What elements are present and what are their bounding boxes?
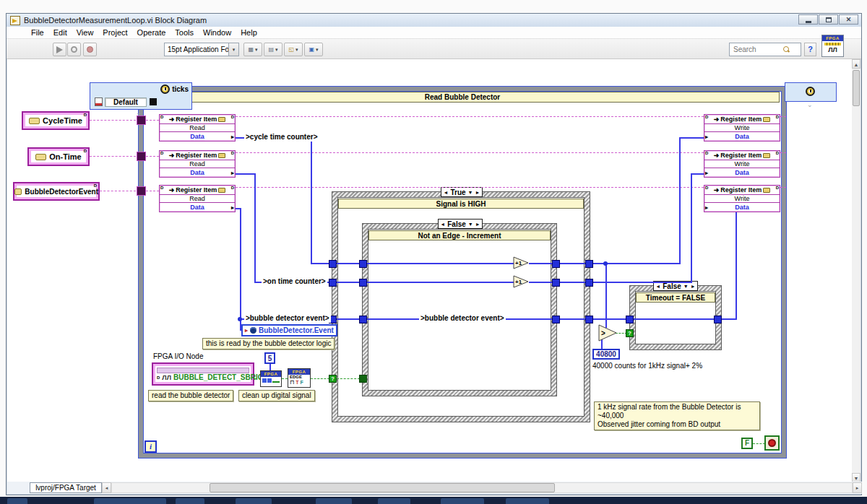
target-indicator[interactable]: lvproj/FPGA Target [30,482,102,493]
title-bar[interactable]: BubbleDetectorMeasurementLoop.vi Block D… [7,14,861,27]
drop-arrow-icon: ▾ [296,47,298,53]
menu-help[interactable]: Help [241,28,257,37]
square-wave-icon: ЛЛ [822,46,843,53]
align-objects-button[interactable]: ▦▾ [243,43,262,56]
windows-taskbar[interactable] [0,497,867,504]
drop-arrow-icon: ▾ [275,47,278,53]
close-icon: ✕ [846,17,852,23]
horizontal-scrollbar[interactable] [111,482,853,493]
fpga-bar-icon [824,43,841,45]
minimize-icon [806,21,811,23]
taskbar-item[interactable] [441,498,484,504]
vertical-scroll-thumb[interactable] [853,70,860,106]
context-help-button[interactable]: ? [804,43,816,56]
taskbar-item[interactable] [316,498,352,504]
window-title: BubbleDetectorMeasurementLoop.vi Block D… [24,16,207,25]
maximize-button[interactable] [819,14,838,25]
taskbar-item[interactable] [176,498,204,504]
menu-project[interactable]: Project [103,28,127,37]
run-continuous-button[interactable] [67,43,81,56]
fpga-target-icon: FPGA ЛЛ [821,35,844,57]
menu-edit[interactable]: Edit [53,28,67,37]
abort-icon [87,46,93,53]
block-diagram-canvas[interactable] [7,59,853,482]
horizontal-scroll-thumb[interactable] [210,483,555,492]
taskbar-item[interactable] [236,498,272,504]
resize-objects-button[interactable]: ◱▾ [284,43,303,56]
menu-bar: File Edit View Project Operate Tools Win… [7,27,861,39]
menu-view[interactable]: View [77,28,94,37]
menu-window[interactable]: Window [203,28,231,37]
reorder-icon: ▣ [309,46,314,53]
run-icon [56,46,63,53]
close-button[interactable]: ✕ [839,14,858,25]
font-dropdown-arrow[interactable]: ▾ [228,43,238,56]
abort-button[interactable] [83,43,97,56]
drop-arrow-icon: ▾ [316,47,319,53]
distribute-icon: ▤ [268,46,274,53]
font-selector[interactable]: 15pt Application Font ▾ [164,43,239,56]
taskbar-item[interactable] [94,498,166,504]
maximize-icon [826,17,832,22]
search-box[interactable] [729,43,801,56]
scroll-up-arrow[interactable]: ▲ [852,59,860,69]
distribute-objects-button[interactable]: ▤▾ [264,43,282,56]
taskbar-item[interactable] [506,498,549,504]
menu-file[interactable]: File [31,28,44,37]
search-icon[interactable] [783,46,790,53]
reorder-button[interactable]: ▣▾ [304,43,323,56]
resize-icon: ◱ [288,46,294,53]
labview-app-icon [10,16,20,25]
drop-arrow-icon: ▾ [255,47,258,53]
scroll-left-arrow[interactable]: ◂ [102,482,111,493]
labview-window: BubbleDetectorMeasurementLoop.vi Block D… [6,13,862,495]
status-bar: lvproj/FPGA Target ◂ ▸ [7,482,862,494]
align-icon: ▦ [248,46,254,53]
minimize-button[interactable] [798,14,818,25]
taskbar-item[interactable] [378,498,410,504]
menu-tools[interactable]: Tools [175,28,194,37]
toolbar: 15pt Application Font ▾ ▦▾ ▤▾ ◱▾ ▣▾ ? FP… [7,39,861,59]
font-selector-value: 15pt Application Font [165,45,228,53]
vertical-scrollbar[interactable]: ▲ ▼ [852,59,860,482]
scroll-right-arrow[interactable]: ▸ [853,482,862,493]
menu-operate[interactable]: Operate [137,28,166,37]
search-input[interactable] [730,45,783,53]
run-button[interactable] [53,43,66,56]
fpga-caption: FPGA [822,35,843,41]
run-continuous-icon [71,46,77,53]
start-button[interactable] [7,498,27,504]
